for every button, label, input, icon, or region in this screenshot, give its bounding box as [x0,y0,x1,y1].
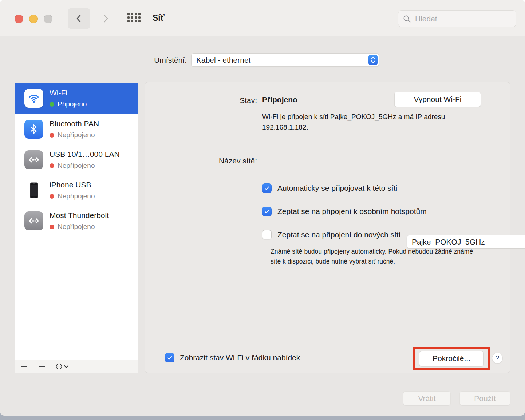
wifi-detail-panel: Stav: Připojeno Vypnout Wi-Fi Wi-Fi je p… [145,82,510,373]
revert-button[interactable]: Vrátit [403,391,451,405]
dropdown-stepper-icon [368,55,378,65]
status-value: Připojeno [262,95,297,104]
chevron-left-icon [74,13,84,24]
turn-off-wifi-button[interactable]: Vypnout Wi-Fi [394,92,481,107]
status-dot-disconnected [50,133,54,138]
plus-icon [20,362,28,371]
service-name: Wi-Fi [50,88,67,97]
service-name: Bluetooth PAN [50,119,99,128]
service-status: Nepřipojeno [58,192,95,200]
service-status: Nepřipojeno [58,162,95,170]
location-dropdown[interactable]: Kabel - ethernet [191,53,379,67]
service-item-iphone-usb[interactable]: iPhone USB Nepřipojeno [15,175,138,206]
service-status: Nepřipojeno [58,223,95,231]
checkmark-icon [264,185,270,191]
network-name-value: Pajke_POKOJ_5GHz [407,238,525,246]
chevron-right-icon [101,13,110,24]
checkbox-label: Zobrazit stav Wi-Fi v řádku nabídek [180,353,300,362]
minimize-window-button[interactable] [29,15,38,23]
page-title: Síť [153,13,165,23]
ellipsis-circle-icon [55,362,63,371]
apply-button[interactable]: Použít [459,391,510,405]
show-wifi-in-menubar-checkbox[interactable] [165,353,174,362]
ask-hotspots-checkbox-row: Zeptat se na připojení k osobním hotspot… [262,207,427,216]
service-item-bluetooth-pan[interactable]: Bluetooth PAN Nepřipojeno [15,114,138,145]
service-name: iPhone USB [50,181,91,189]
checkbox-label: Automaticky se připojovat k této síti [277,184,397,193]
checkbox-label: Zeptat se na připojení k osobním hotspot… [277,207,427,216]
search-field[interactable] [398,10,516,27]
status-dot-disconnected [50,225,54,229]
status-label: Stav: [145,96,257,105]
network-name-label: Název sítě: [145,156,257,165]
status-dot-disconnected [50,163,54,168]
help-button[interactable]: ? [492,353,503,364]
location-value: Kabel - ethernet [192,56,368,64]
ethernet-icon [24,211,43,230]
minus-icon [38,362,46,371]
zoom-window-button [44,15,52,23]
wifi-icon [24,89,43,108]
service-name: Most Thunderbolt [50,211,109,220]
network-services-list: Wi-Fi Připojeno Bluetooth PAN Nepřipojen… [15,83,138,372]
advanced-button-highlight: Pokročilé... [413,347,490,370]
forward-button[interactable] [95,8,116,29]
known-networks-help-text: Známé sítě budou připojeny automaticky. … [271,247,478,266]
checkmark-icon [166,354,173,361]
window-toolbar: Síť [0,0,525,36]
add-service-button[interactable] [15,360,33,373]
checkbox-label: Zeptat se na připojení do nových sítí [277,230,401,239]
status-description: Wi-Fi je připojen k síti Pajke_POKOJ_5GH… [262,111,461,132]
ask-new-networks-checkbox-row: Zeptat se na připojení do nových sítí [262,230,401,239]
location-label: Umístění: [87,56,187,64]
status-dot-connected [50,102,54,107]
service-status: Nepřipojeno [58,131,95,139]
ask-hotspots-checkbox[interactable] [262,207,272,216]
show-all-preferences-icon[interactable] [127,13,141,22]
iphone-icon [24,181,43,200]
service-item-wifi[interactable]: Wi-Fi Připojeno [15,83,138,114]
search-input[interactable] [415,15,506,23]
bluetooth-icon [24,120,43,139]
service-name: USB 10/1…000 LAN [50,150,120,159]
checkmark-icon [264,208,270,215]
auto-join-checkbox-row: Automaticky se připojovat k této síti [262,183,397,193]
remove-service-button[interactable] [33,360,51,373]
menubar-status-checkbox-row: Zobrazit stav Wi-Fi v řádku nabídek [165,353,300,362]
close-window-button[interactable] [15,15,23,23]
auto-join-checkbox[interactable] [262,183,272,193]
status-dot-disconnected [50,194,54,199]
services-list-toolbar [15,360,138,373]
service-item-usb-lan[interactable]: USB 10/1…000 LAN Nepřipojeno [15,144,138,175]
chevron-down-icon [64,365,69,368]
service-actions-menu-button[interactable] [51,360,72,373]
search-icon [403,15,411,23]
back-button[interactable] [68,8,90,29]
service-item-thunderbolt-bridge[interactable]: Most Thunderbolt Nepřipojeno [15,206,138,237]
service-status: Připojeno [58,100,87,108]
advanced-button[interactable]: Pokročilé... [419,351,484,366]
ask-new-networks-checkbox[interactable] [262,230,272,239]
ethernet-icon [24,150,43,169]
network-preferences-window: Síť Umístění: Kabel - ethernet Wi-Fi [0,0,525,416]
